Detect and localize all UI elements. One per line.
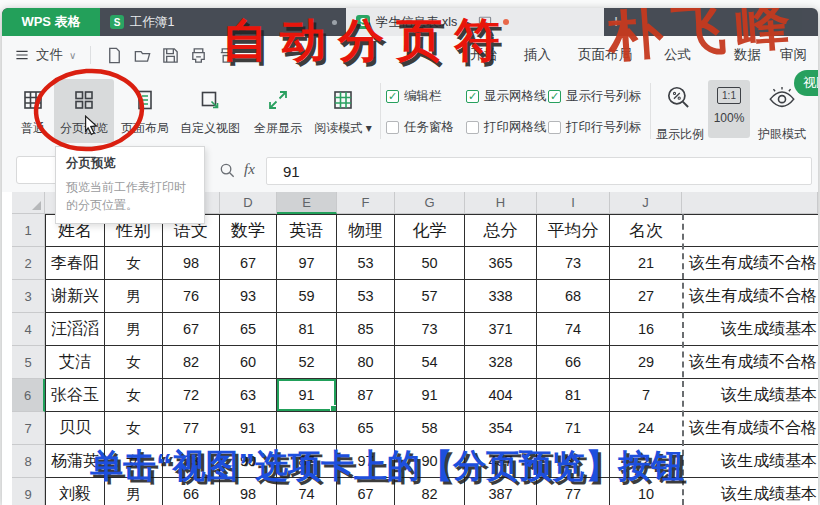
table-header-cell[interactable]: 名次 [610, 214, 682, 247]
table-cell[interactable]: 74 [537, 313, 610, 346]
column-header-I[interactable]: I [537, 192, 610, 214]
table-cell[interactable]: 354 [465, 412, 537, 445]
menu-item-view-active[interactable]: 视图 [794, 70, 818, 96]
table-cell[interactable]: 404 [465, 379, 537, 412]
table-cell[interactable]: 53 [337, 280, 395, 313]
file-menu[interactable]: 文件 [36, 46, 63, 64]
row-header-8[interactable]: 8 [12, 445, 45, 478]
column-header-overflow[interactable] [682, 192, 818, 214]
table-cell[interactable]: 93 [220, 280, 277, 313]
table-cell[interactable]: 该生成绩基本 [682, 478, 818, 505]
table-cell[interactable]: 87 [337, 379, 395, 412]
row-header-7[interactable]: 7 [12, 412, 45, 445]
view-button-6[interactable]: 阅读模式 ▾ [310, 79, 376, 143]
table-cell[interactable]: 76 [163, 280, 220, 313]
table-cell[interactable]: 53 [337, 247, 395, 280]
row-header-1[interactable]: 1 [12, 214, 45, 247]
table-cell[interactable]: 81 [537, 379, 610, 412]
table-cell[interactable]: 98 [163, 247, 220, 280]
table-header-cell[interactable]: 物理 [337, 214, 395, 247]
table-cell[interactable]: 57 [395, 280, 465, 313]
checkbox-1[interactable]: ✓编辑栏 [386, 88, 442, 105]
table-cell[interactable]: 67 [220, 247, 277, 280]
table-cell[interactable]: 贝贝 [45, 412, 105, 445]
table-cell[interactable]: 365 [465, 247, 537, 280]
formula-input[interactable]: 91 [266, 157, 812, 185]
checkbox-2[interactable]: 任务窗格 [386, 119, 454, 136]
view-button-1[interactable]: 普通 [14, 79, 52, 143]
column-header-G[interactable]: G [395, 192, 465, 214]
magnifier-icon[interactable] [218, 161, 237, 180]
table-cell[interactable]: 该生有成绩不合格 [682, 247, 818, 280]
table-cell[interactable]: 91 [395, 379, 465, 412]
table-cell[interactable]: 女 [105, 346, 163, 379]
eye-protection-label[interactable]: 护眼模式 [758, 126, 806, 143]
menu-item-2[interactable]: 插入 [524, 46, 551, 64]
table-cell[interactable]: 女 [105, 412, 163, 445]
select-all-corner[interactable] [12, 192, 45, 214]
table-cell[interactable]: 该生有成绩不合格 [682, 412, 818, 445]
checkbox-6[interactable]: 打印行号列标 [548, 119, 641, 136]
table-cell[interactable]: 60 [220, 346, 277, 379]
row-header-2[interactable]: 2 [12, 247, 45, 280]
table-cell[interactable]: 李春阳 [45, 247, 105, 280]
table-cell[interactable]: 女 [105, 247, 163, 280]
table-cell[interactable]: 张谷玉 [45, 379, 105, 412]
view-button-5[interactable]: 全屏显示 [248, 79, 308, 143]
table-cell[interactable]: 52 [277, 346, 337, 379]
zoom-ratio-label[interactable]: 显示比例 [656, 126, 704, 143]
table-cell[interactable]: 68 [537, 280, 610, 313]
view-button-4[interactable]: 自定义视图 [174, 79, 246, 143]
table-cell[interactable]: 7 [610, 379, 682, 412]
table-cell[interactable]: 97 [277, 247, 337, 280]
checkbox-5[interactable]: ✓显示行号列标 [548, 88, 641, 105]
table-cell[interactable]: 63 [277, 412, 337, 445]
open-folder-icon[interactable] [133, 46, 152, 65]
column-header-E[interactable]: E [277, 192, 337, 214]
table-cell[interactable]: 81 [277, 313, 337, 346]
table-cell[interactable]: 该生有成绩不合格 [682, 346, 818, 379]
table-cell[interactable]: 该生成绩基本 [682, 445, 818, 478]
checkbox-3[interactable]: ✓显示网格线 [466, 88, 547, 105]
table-header-cell[interactable]: 英语 [277, 214, 337, 247]
table-cell[interactable]: 该生有成绩不合格 [682, 280, 818, 313]
table-cell[interactable]: 16 [610, 313, 682, 346]
table-cell[interactable]: 21 [610, 247, 682, 280]
table-cell[interactable]: 男 [105, 313, 163, 346]
table-cell[interactable]: 汪滔滔 [45, 313, 105, 346]
table-header-cell[interactable] [682, 214, 818, 247]
column-header-H[interactable]: H [465, 192, 537, 214]
column-header-D[interactable]: D [220, 192, 277, 214]
table-cell[interactable]: 85 [337, 313, 395, 346]
row-header-4[interactable]: 4 [12, 313, 45, 346]
table-cell[interactable]: 338 [465, 280, 537, 313]
row-header-3[interactable]: 3 [12, 280, 45, 313]
table-cell[interactable]: 艾洁 [45, 346, 105, 379]
name-box[interactable] [16, 156, 58, 184]
table-cell[interactable]: 73 [537, 247, 610, 280]
table-cell[interactable]: 72 [163, 379, 220, 412]
table-cell[interactable]: 91 [277, 379, 337, 412]
table-cell[interactable]: 24 [610, 412, 682, 445]
table-header-cell[interactable]: 平均分 [537, 214, 610, 247]
save-icon[interactable] [161, 46, 180, 65]
table-cell[interactable]: 71 [537, 412, 610, 445]
wps-brand-tab[interactable]: WPS 表格 [2, 8, 100, 36]
table-cell[interactable]: 73 [395, 313, 465, 346]
column-header-F[interactable]: F [337, 192, 395, 214]
table-cell[interactable]: 91 [220, 412, 277, 445]
table-cell[interactable]: 328 [465, 346, 537, 379]
table-cell[interactable]: 男 [105, 280, 163, 313]
print-icon[interactable] [189, 46, 208, 65]
view-button-3[interactable]: 页面布局 [116, 79, 174, 143]
table-cell[interactable]: 59 [277, 280, 337, 313]
table-header-cell[interactable]: 数学 [220, 214, 277, 247]
table-cell[interactable]: 371 [465, 313, 537, 346]
table-cell[interactable]: 63 [220, 379, 277, 412]
table-cell[interactable]: 54 [395, 346, 465, 379]
table-cell[interactable]: 29 [610, 346, 682, 379]
new-document-icon[interactable] [105, 46, 124, 65]
table-cell[interactable]: 58 [395, 412, 465, 445]
table-cell[interactable]: 50 [395, 247, 465, 280]
table-header-cell[interactable]: 化学 [395, 214, 465, 247]
